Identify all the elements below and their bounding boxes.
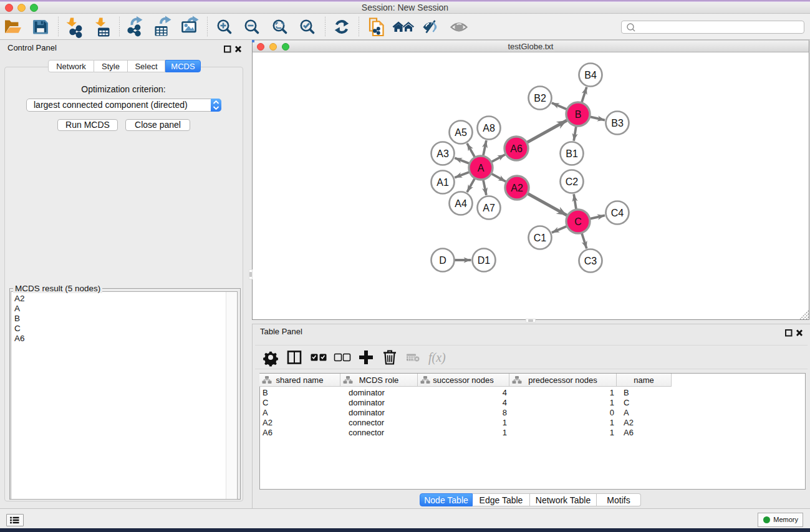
svg-text:A: A [478, 163, 485, 173]
svg-text:D: D [439, 255, 446, 266]
svg-text:A6: A6 [510, 143, 523, 154]
svg-text:C: C [574, 216, 582, 227]
svg-text:A1: A1 [436, 177, 449, 188]
svg-text:C2: C2 [566, 177, 579, 187]
svg-text:A2: A2 [511, 183, 523, 193]
svg-text:A7: A7 [483, 203, 495, 213]
svg-text:A3: A3 [436, 148, 449, 159]
svg-text:B2: B2 [534, 93, 546, 104]
svg-text:C4: C4 [611, 208, 624, 218]
svg-text:B3: B3 [611, 118, 624, 128]
svg-text:f(x): f(x) [428, 351, 446, 365]
svg-text:B: B [575, 109, 582, 120]
svg-text:D1: D1 [478, 255, 491, 266]
svg-text:A5: A5 [455, 127, 467, 138]
svg-text:B4: B4 [584, 70, 597, 80]
svg-text:C1: C1 [534, 233, 547, 243]
svg-text:A4: A4 [455, 198, 467, 209]
svg-text:A8: A8 [483, 123, 495, 133]
svg-text:B1: B1 [566, 148, 578, 159]
svg-text:C3: C3 [584, 256, 597, 266]
